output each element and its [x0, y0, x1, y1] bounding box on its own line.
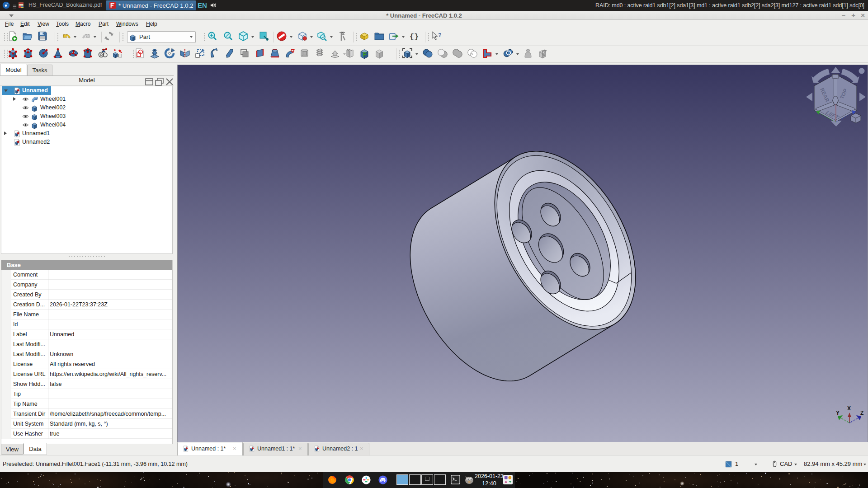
- svg-text:?: ?: [438, 32, 441, 38]
- svg-text:X: X: [847, 405, 851, 412]
- svg-text:Y: Y: [836, 410, 840, 416]
- svg-text:{}: {}: [410, 33, 419, 41]
- svg-text:F: F: [363, 51, 367, 58]
- svg-text:Z: Z: [860, 410, 863, 416]
